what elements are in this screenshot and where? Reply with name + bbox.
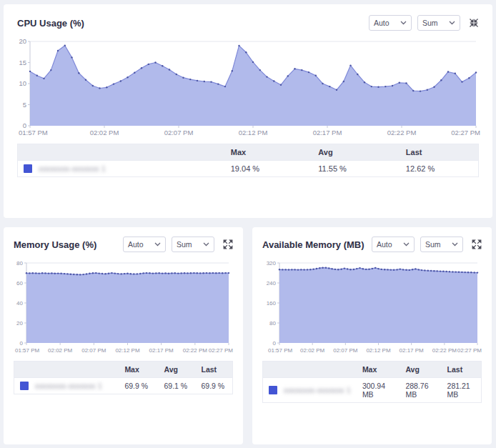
data-point-dot: [288, 269, 289, 270]
data-point-dot: [92, 85, 94, 86]
cpu-usage-chart[interactable]: 0510152001:57 PM02:02 PM02:07 PM02:12 PM…: [17, 36, 480, 138]
data-point-dot: [189, 79, 191, 80]
aggregation-select[interactable]: Sum: [417, 15, 460, 31]
aggregation-select[interactable]: Sum: [172, 237, 214, 252]
data-point-dot: [197, 80, 198, 81]
legend-col-avg: Avg: [400, 362, 441, 378]
aggregation-select[interactable]: Sum: [420, 237, 463, 252]
data-point-dot: [130, 273, 132, 274]
data-point-dot: [36, 75, 38, 76]
cpu-usage-card: CPU Usage (%) Auto Sum 0510152001:57 PM0…: [4, 4, 492, 218]
legend-col-avg: Avg: [158, 362, 195, 378]
data-point-dot: [159, 272, 160, 274]
y-axis-label: 0: [20, 340, 24, 347]
y-axis-label: 10: [19, 79, 26, 87]
data-point-dot: [177, 272, 179, 274]
memory-controls: Auto Sum: [123, 237, 233, 252]
y-axis-label: 15: [19, 59, 26, 66]
legend-row[interactable]: xxxxxxxx-xxxxxxx 1 19.04 % 11.55 % 12.62…: [18, 161, 479, 177]
data-point-dot: [329, 86, 330, 87]
legend-col-series: [263, 362, 357, 378]
data-point-dot: [54, 273, 56, 274]
memory-usage-card: Memory Usage (%) Auto Sum: [4, 227, 243, 444]
expand-button[interactable]: [472, 239, 482, 249]
series-label-redacted: xxxxxxxx-xxxxxxx 1: [39, 165, 106, 173]
data-point-dot: [392, 85, 393, 86]
data-point-dot: [259, 69, 261, 71]
data-point-dot: [204, 81, 205, 82]
data-point-dot: [368, 269, 369, 270]
legend-col-series: [18, 144, 225, 161]
data-point-dot: [303, 269, 304, 270]
interval-select[interactable]: Auto: [372, 237, 415, 252]
data-point-dot: [418, 269, 420, 270]
x-axis-label: 02:22 PM: [387, 129, 417, 136]
data-point-dot: [133, 273, 134, 274]
data-point-dot: [461, 81, 462, 82]
data-point-dot: [309, 269, 311, 270]
area-fill: [26, 273, 229, 343]
interval-select-value: Auto: [128, 240, 144, 249]
data-point-dot: [372, 268, 373, 269]
available-memory-chart[interactable]: 08016024032001:57 PM02:02 PM02:07 PM02:1…: [262, 258, 482, 355]
data-point-dot: [279, 269, 280, 270]
data-point-dot: [393, 269, 395, 271]
data-point-dot: [202, 272, 204, 274]
data-point-dot: [475, 71, 477, 73]
x-axis-label: 02:02 PM: [90, 129, 119, 136]
data-point-dot: [124, 273, 125, 274]
data-point-dot: [385, 86, 386, 87]
available-memory-card: Available Memory (MB) Auto Sum: [252, 227, 492, 444]
interval-select[interactable]: Auto: [123, 237, 166, 252]
expand-button[interactable]: [223, 239, 233, 249]
cpu-controls: Auto Sum: [369, 15, 479, 31]
data-point-dot: [117, 273, 119, 274]
data-point-dot: [377, 268, 379, 269]
memory-usage-chart[interactable]: 02040608001:57 PM02:02 PM02:07 PM02:12 P…: [14, 258, 233, 355]
data-point-dot: [106, 86, 107, 88]
collapse-button[interactable]: [469, 18, 479, 28]
chevron-down-icon: [203, 242, 209, 247]
data-point-dot: [316, 268, 317, 269]
data-point-dot: [219, 272, 220, 274]
data-point-dot: [287, 75, 289, 76]
data-point-dot: [365, 269, 367, 270]
data-point-dot: [142, 272, 144, 274]
data-point-dot: [113, 83, 114, 84]
data-point-dot: [455, 73, 456, 74]
legend-row[interactable]: xxxxxxxx-xxxxxxx 1 300.94 MB 288.76 MB 2…: [263, 378, 482, 403]
y-axis-label: 60: [16, 280, 23, 287]
x-axis-label: 02:12 PM: [239, 129, 268, 136]
data-point-dot: [29, 272, 30, 274]
collapse-icon: [469, 18, 479, 28]
data-point-dot: [108, 273, 109, 274]
series-swatch: [269, 386, 277, 394]
data-point-dot: [137, 273, 138, 274]
data-point-dot: [57, 272, 59, 274]
data-point-dot: [238, 45, 239, 46]
data-point-dot: [433, 86, 435, 88]
data-point-dot: [232, 70, 233, 71]
cpu-card-header: CPU Usage (%) Auto Sum: [17, 15, 479, 31]
interval-select[interactable]: Auto: [369, 15, 412, 31]
memory-legend-table: Max Avg Last xxxxxxxx-xxxxxxx 1 69.9 % 6…: [14, 361, 233, 394]
data-point-dot: [273, 80, 274, 81]
data-point-dot: [440, 79, 442, 81]
data-point-dot: [340, 269, 342, 270]
data-point-dot: [176, 74, 177, 75]
legend-row[interactable]: xxxxxxxx-xxxxxxx 1 69.9 % 69.1 % 69.9 %: [14, 378, 233, 394]
y-axis-label: 160: [267, 300, 277, 307]
data-point-dot: [325, 267, 327, 269]
data-point-dot: [468, 77, 470, 79]
data-point-dot: [396, 269, 397, 270]
data-point-dot: [104, 273, 106, 274]
data-point-dot: [71, 56, 72, 58]
data-point-dot: [458, 272, 460, 273]
legend-header-row: Max Avg Last: [263, 362, 482, 378]
data-point-dot: [285, 269, 287, 270]
y-axis-label: 0: [273, 340, 277, 347]
data-point-dot: [78, 72, 79, 74]
data-point-dot: [245, 51, 247, 53]
data-point-dot: [60, 273, 61, 274]
y-axis-label: 80: [16, 260, 23, 267]
